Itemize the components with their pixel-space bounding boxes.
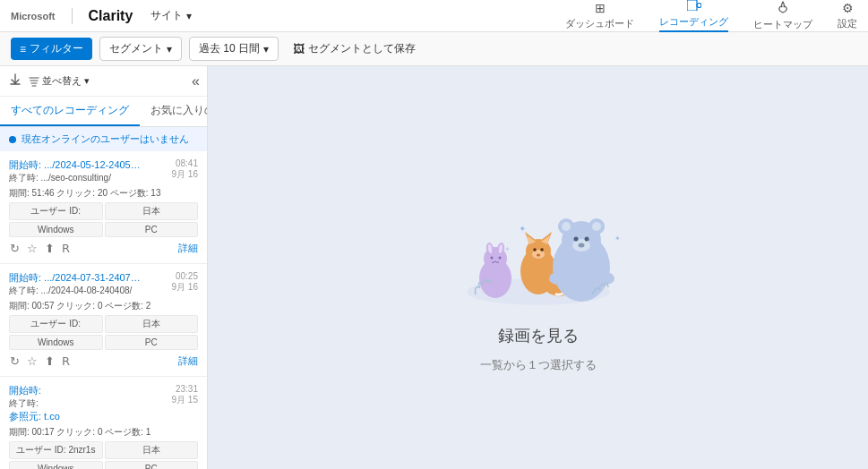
rec-meta-userid: ユーザー ID:: [9, 315, 103, 333]
days-filter-button[interactable]: 過去 10 日間 ▾: [189, 37, 279, 61]
star-button[interactable]: ☆: [26, 241, 39, 256]
tab-favorites[interactable]: お気に入りの録画 ●: [140, 97, 208, 126]
segment-button[interactable]: セグメント ▾: [99, 37, 182, 61]
rec-end-text: 終了時:: [9, 397, 60, 410]
rec-meta-userid: ユーザー ID: 2nzr1s: [9, 441, 103, 459]
svg-point-30: [578, 243, 584, 248]
svg-point-28: [573, 237, 578, 242]
sidebar-tabs: すべてのレコーディング お気に入りの録画 ●: [0, 97, 207, 127]
rec-meta-country: 日本: [105, 441, 199, 459]
svg-text:✦: ✦: [519, 224, 526, 234]
svg-point-1: [697, 4, 701, 8]
nav-dashboard[interactable]: ⊞ ダッシュボード: [565, 1, 634, 30]
site-selector[interactable]: サイト ▾: [150, 8, 192, 23]
rec-stats: 期間: 00:57 クリック: 0 ページ数: 2: [9, 300, 198, 312]
animals-illustration: ✦ ✦ ✦: [440, 162, 637, 314]
rec-start-text: 開始時:: [9, 384, 60, 397]
save-segment-button[interactable]: 🖼 セグメントとして保存: [286, 38, 423, 60]
rec-start-url: 開始時: .../2024-05-12-240512/ 終了時: .../seo…: [9, 158, 143, 184]
rec-time-hhmm: 23:31: [172, 384, 198, 394]
tab-all-recordings[interactable]: すべてのレコーディング: [0, 97, 140, 126]
online-banner: 現在オンラインのユーザーはいません: [0, 127, 207, 151]
segment-label: セグメント: [109, 41, 163, 56]
svg-point-25: [562, 222, 571, 231]
toolbar: ≡ フィルター セグメント ▾ 過去 10 日間 ▾ 🖼 セグメントとして保存: [0, 32, 868, 66]
rec-time: 00:25 9月 16: [172, 271, 198, 294]
illustration: ✦ ✦ ✦: [440, 162, 637, 314]
user-button[interactable]: 𝖱: [61, 241, 71, 256]
dashboard-icon: ⊞: [595, 1, 606, 15]
sidebar-actions: 並べ替え ▾ «: [0, 66, 207, 97]
replay-button[interactable]: ↻: [9, 354, 21, 369]
svg-point-32: [549, 272, 567, 285]
sort-chevron-icon: ▾: [84, 75, 90, 87]
rec-header: 開始時: .../2024-05-12-240512/ 終了時: .../seo…: [9, 158, 198, 184]
svg-point-26: [592, 222, 601, 231]
user-button[interactable]: 𝖱: [61, 354, 71, 369]
site-chevron-icon: ▾: [186, 10, 192, 22]
nav-heatmap-label: ヒートマップ: [753, 18, 812, 31]
content-title: 録画を見る: [498, 325, 579, 346]
nav-recordings-label: レコーディング: [659, 15, 728, 29]
rec-meta-device: PC: [105, 222, 199, 237]
tab-all-label: すべてのレコーディング: [11, 104, 129, 116]
rec-start-text: 開始時: .../2024-07-31-240731/: [9, 271, 143, 285]
nav-divider: [72, 8, 73, 24]
days-label: 過去 10 日間: [199, 41, 260, 56]
detail-link[interactable]: 詳細: [178, 242, 198, 255]
rec-meta: ユーザー ID: 2nzr1s 日本 Windows PC: [9, 441, 198, 469]
rec-time: 23:31 9月 15: [172, 384, 198, 406]
recording-item[interactable]: 開始時: 終了時: 参照元: t.co 23:31 9月 15 期間: 00:1…: [0, 377, 207, 469]
rec-start-url: 開始時: 終了時: 参照元: t.co: [9, 384, 60, 423]
nav-recordings[interactable]: レコーディング: [659, 0, 728, 32]
microsoft-label: Microsoft: [11, 11, 56, 21]
top-nav: Microsoft Clarity サイト ▾ ⊞ ダッシュボード レコーディン…: [0, 0, 868, 32]
replay-button[interactable]: ↻: [9, 241, 21, 256]
rec-ref-text: 参照元: t.co: [9, 410, 60, 423]
nav-settings-label: 設定: [838, 17, 857, 30]
recording-item[interactable]: 開始時: .../2024-05-12-240512/ 終了時: .../seo…: [0, 151, 207, 264]
rec-start-text: 開始時: .../2024-05-12-240512/: [9, 158, 143, 172]
svg-point-19: [540, 248, 544, 252]
brand-logo: Microsoft Clarity: [11, 8, 133, 24]
heatmap-icon: [777, 1, 789, 16]
rec-time-date: 9月 15: [172, 394, 198, 406]
rec-meta-userid: ユーザー ID:: [9, 202, 103, 220]
rec-meta-device: PC: [105, 335, 199, 350]
rec-meta: ユーザー ID: 日本 Windows PC: [9, 315, 198, 350]
rec-time-hhmm: 08:41: [172, 158, 198, 168]
sort-button[interactable]: 並べ替え ▾: [29, 74, 90, 88]
rec-end-text: 終了時: .../seo-consulting/: [9, 172, 143, 184]
nav-dashboard-label: ダッシュボード: [565, 17, 634, 30]
nav-settings[interactable]: ⚙ 設定: [838, 1, 857, 30]
svg-point-29: [584, 237, 589, 242]
recording-item[interactable]: 開始時: .../2024-07-31-240731/ 終了時: .../202…: [0, 264, 207, 377]
svg-point-9: [490, 257, 493, 260]
rec-meta-country: 日本: [105, 315, 199, 333]
recordings-icon: [687, 0, 701, 13]
share-button[interactable]: ⬆: [44, 241, 56, 256]
online-dot-icon: [9, 136, 16, 143]
save-icon: 🖼: [293, 42, 305, 55]
main-layout: 並べ替え ▾ « すべてのレコーディング お気に入りの録画 ● 現在オンラインの…: [0, 66, 868, 469]
content-area: ✦ ✦ ✦ 録画を見る 一覧から１つ選択する: [208, 66, 868, 469]
star-button[interactable]: ☆: [26, 354, 39, 369]
svg-text:✦: ✦: [504, 245, 511, 253]
svg-text:✦: ✦: [614, 234, 621, 243]
download-icon[interactable]: [7, 72, 23, 90]
detail-link[interactable]: 詳細: [178, 354, 198, 368]
filter-button[interactable]: ≡ フィルター: [11, 38, 92, 60]
recordings-list: 開始時: .../2024-05-12-240512/ 終了時: .../seo…: [0, 151, 207, 469]
days-chevron-icon: ▾: [263, 43, 269, 55]
sidebar: 並べ替え ▾ « すべてのレコーディング お気に入りの録画 ● 現在オンラインの…: [0, 66, 208, 469]
rec-actions: ↻ ☆ ⬆ 𝖱 詳細: [9, 241, 198, 256]
rec-time-date: 9月 16: [172, 281, 198, 294]
rec-end-text: 終了時: .../2024-04-08-240408/: [9, 285, 143, 297]
site-label: サイト: [150, 8, 183, 23]
rec-meta: ユーザー ID: 日本 Windows PC: [9, 202, 198, 237]
collapse-sidebar-button[interactable]: «: [192, 73, 200, 90]
nav-heatmap[interactable]: ヒートマップ: [753, 1, 812, 31]
share-button[interactable]: ⬆: [44, 354, 56, 369]
rec-meta-country: 日本: [105, 202, 199, 220]
svg-point-10: [498, 257, 501, 260]
